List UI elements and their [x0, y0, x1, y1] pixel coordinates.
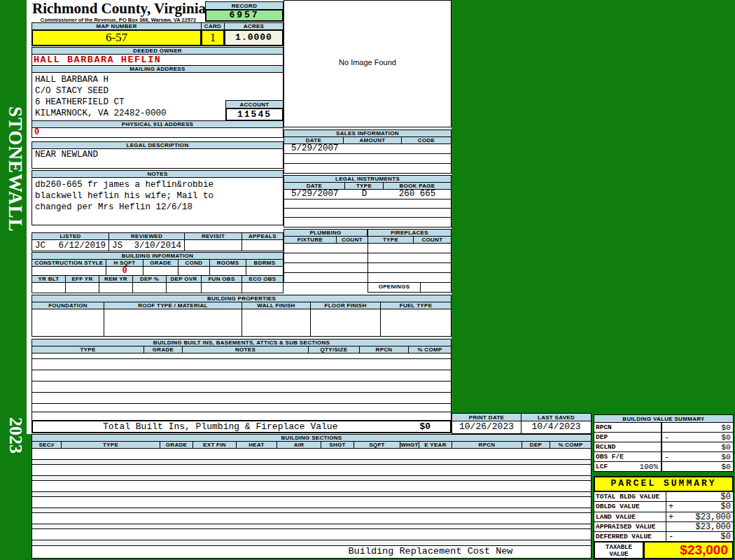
bvs-rclnd-value: $0: [661, 442, 734, 452]
notes-line: changed per Mrs Heflin 12/6/18: [35, 202, 283, 213]
record-value: 6957: [205, 9, 284, 22]
sales-row: 5/29/2007: [284, 144, 451, 154]
deeded-owner-value: HALL BARBARA HEFLIN: [31, 54, 284, 66]
property-record-card: { "colors": { "background_green": "#0F7E…: [0, 0, 735, 560]
ps-obldg-value: + $0: [666, 501, 734, 512]
foundation-value: [31, 309, 104, 337]
ps-obldg-label: OBLDG VALUE: [594, 501, 666, 512]
floor-finish-value: [310, 309, 381, 337]
notes-line: db260-665 fr james a heflin&robbie: [35, 179, 283, 190]
bvs-value: $0: [721, 423, 731, 432]
built-ins-row: [31, 358, 451, 370]
fuel-type-value: [380, 309, 451, 337]
dep-ovr-value: [166, 282, 202, 293]
account-value: 11545: [225, 108, 284, 121]
building-section-row: [31, 512, 592, 524]
fireplace-row: [368, 272, 451, 283]
built-ins-total-label: Total Built Ins, Plumbing & Fireplace Va…: [103, 421, 337, 432]
building-section-row: [31, 528, 592, 540]
openings-value: [420, 282, 451, 293]
notes-line: blackwell heflin his wife; Mail to: [35, 190, 283, 202]
ps-op: +: [668, 502, 673, 512]
plumbing-row: [284, 243, 368, 253]
eff-yr-value: [65, 282, 99, 293]
ps-value: $0: [721, 492, 731, 502]
fireplace-row: [368, 243, 451, 253]
bvs-obs-label: OBS F/E: [594, 451, 662, 462]
bvs-lcf-value: $0: [661, 461, 734, 472]
grade-value: [143, 266, 178, 276]
ps-appraised-value: $23,000: [666, 522, 734, 532]
ps-deferred-label: DEFERRED VALUE: [594, 531, 666, 542]
bvs-dep-label: DEP: [594, 432, 662, 442]
physical-911-value: 0: [31, 127, 284, 138]
dep-pct-value: [132, 282, 167, 293]
building-section-row: [31, 464, 592, 476]
listed-date: 6/12/2019: [58, 241, 106, 251]
reviewed-date: 3/10/2014: [134, 241, 181, 251]
li-date-value: 5/29/2007: [284, 190, 345, 199]
legal-instrument-row: [284, 199, 451, 209]
plumbing-row: [284, 262, 368, 273]
plumbing-row: [284, 272, 368, 283]
bvs-value: $0: [721, 442, 731, 451]
roof-type-value: [104, 309, 242, 337]
ps-value: $23,000: [696, 522, 731, 532]
sales-date-value: 5/29/2007: [291, 144, 339, 153]
bvs-op: -: [664, 452, 669, 461]
ps-total-bldg-value: $0: [666, 491, 734, 502]
fireplace-row: [368, 253, 451, 263]
wall-finish-value: [241, 309, 311, 337]
property-image-panel: No Image Found: [284, 0, 451, 127]
building-section-row: [31, 496, 592, 508]
bvs-rclnd-label: RCLND: [594, 442, 662, 452]
construction-style-value: [31, 266, 106, 276]
rooms-value: [209, 266, 246, 276]
card-value: 1: [201, 29, 225, 46]
legal-description-value: NEAR NEWLAND: [31, 148, 284, 169]
built-ins-row: [31, 392, 451, 404]
ps-op: +: [668, 512, 673, 522]
mailing-line: HALL BARBARA H: [35, 74, 283, 85]
legal-instrument-row: [284, 217, 451, 227]
built-ins-total-value: $0: [419, 421, 430, 432]
legal-instrument-row: [284, 208, 451, 218]
listed-by: JC: [35, 241, 46, 251]
h-sqft-value: 0: [106, 266, 144, 276]
bvs-rpcn-value: $0: [661, 422, 734, 433]
bvs-value: $0: [721, 433, 731, 442]
acres-value: 1.0000: [224, 29, 284, 46]
fireplace-row: [368, 262, 451, 273]
taxable-value-amount: $23,000: [643, 541, 734, 559]
revisit-value: [184, 239, 242, 251]
print-date-value: 10/26/2023: [451, 421, 522, 434]
ps-land-value: + $23,000: [666, 512, 734, 522]
map-number-value: 6-57: [31, 29, 202, 46]
mailing-line: C/O STACY SEED: [35, 85, 283, 97]
last-saved-value: 10/4/2023: [521, 421, 592, 434]
bvs-lcf-label: LCF 100%: [594, 461, 662, 472]
appeals-value: [241, 239, 284, 251]
built-ins-row: [31, 381, 451, 393]
ps-op: -: [668, 532, 673, 542]
cond-value: [178, 266, 210, 276]
notes-value: db260-665 fr james a heflin&robbie black…: [31, 177, 284, 225]
ps-value: $0: [721, 502, 731, 512]
bdrms-value: [246, 266, 284, 276]
fun-obs-value: [201, 282, 242, 293]
plumbing-row: [284, 253, 368, 263]
yr-blt-value: [31, 282, 66, 293]
li-bookpage-value: 260 665: [384, 190, 451, 199]
parcel-summary-header: PARCEL SUMMARY: [594, 476, 734, 492]
ps-appraised-label: APPRAISED VALUE: [594, 522, 666, 532]
sidebar-district-label: STONEWALL: [2, 99, 26, 239]
ps-deferred-value: - $0: [666, 531, 734, 542]
ps-value: $23,000: [696, 512, 731, 522]
bvs-op: -: [664, 433, 669, 442]
bvs-rpcn-label: RPCN: [594, 422, 662, 433]
building-section-row: [31, 480, 592, 492]
li-type-value: D: [345, 190, 384, 199]
sales-row: [284, 153, 451, 164]
openings-label: OPENINGS: [368, 282, 421, 293]
bvs-value: $0: [721, 452, 731, 461]
